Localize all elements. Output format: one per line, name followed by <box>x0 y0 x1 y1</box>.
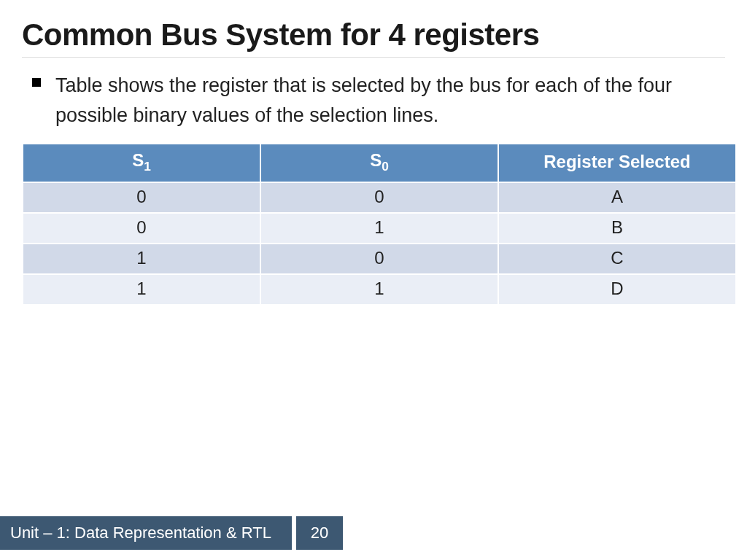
cell-reg: B <box>499 214 735 243</box>
table-row: 1 0 C <box>23 244 735 273</box>
register-select-table: S1 S0 Register Selected 0 0 A 0 1 B 1 0 <box>22 143 737 306</box>
cell-s0: 0 <box>261 244 498 273</box>
bullet-item: Table shows the register that is selecte… <box>22 71 725 130</box>
cell-s1: 1 <box>23 275 260 304</box>
header-s1-sub: 1 <box>144 159 151 174</box>
col-header-s0: S0 <box>261 144 498 182</box>
table-row: 0 1 B <box>23 214 735 243</box>
slide: Common Bus System for 4 registers Table … <box>0 0 747 560</box>
cell-s0: 0 <box>261 183 498 212</box>
cell-s1: 0 <box>23 214 260 243</box>
footer-page-number: 20 <box>296 516 343 550</box>
col-header-s1: S1 <box>23 144 260 182</box>
cell-reg: D <box>499 275 735 304</box>
cell-s1: 0 <box>23 183 260 212</box>
cell-reg: A <box>499 183 735 212</box>
col-header-register: Register Selected <box>499 144 735 182</box>
footer-unit-label: Unit – 1: Data Representation & RTL <box>0 516 292 550</box>
cell-reg: C <box>499 244 735 273</box>
table-row: 1 1 D <box>23 275 735 304</box>
square-bullet-icon <box>32 78 41 87</box>
slide-title: Common Bus System for 4 registers <box>22 18 725 58</box>
cell-s1: 1 <box>23 244 260 273</box>
table-row: 0 0 A <box>23 183 735 212</box>
cell-s0: 1 <box>261 214 498 243</box>
header-s0-sub: 0 <box>382 159 389 174</box>
header-s1-letter: S <box>132 150 144 170</box>
bullet-text: Table shows the register that is selecte… <box>55 71 719 130</box>
cell-s0: 1 <box>261 275 498 304</box>
slide-footer: Unit – 1: Data Representation & RTL 20 <box>0 516 343 550</box>
header-s0-letter: S <box>370 150 382 170</box>
